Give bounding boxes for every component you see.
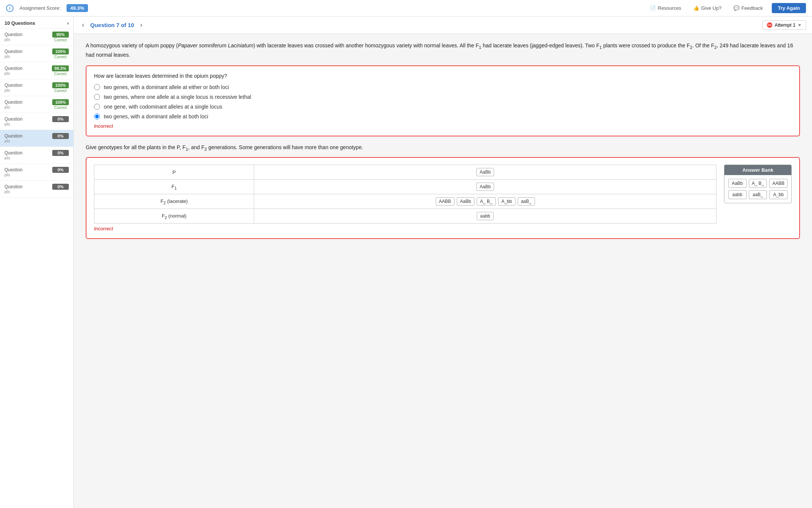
answer-bank: Answer Bank AaBb A_ B_ AABB aabb aaB_ A_… — [724, 165, 792, 203]
resources-icon: 📄 — [650, 5, 656, 11]
p-chip-1: AaBb — [476, 168, 494, 176]
sidebar: 10 Questions ‹ Question pts 95% Correct … — [0, 17, 74, 508]
question1-text: A homozygous variety of opium poppy (Pap… — [86, 41, 800, 59]
f1-label: F1 — [94, 180, 254, 194]
sidebar-item-2[interactable]: Question pts 100% Correct — [0, 45, 73, 62]
sidebar-item-6[interactable]: Question pts 0% — [0, 113, 73, 130]
table-row-f2-normal: F2 (normal) aabb — [94, 209, 717, 224]
bank-chip-Abb[interactable]: A_bb — [769, 190, 788, 199]
f2n-chip-1: aabb — [477, 212, 494, 220]
feedback-icon: 💬 — [733, 5, 739, 11]
sidebar-item-10[interactable]: Question pts 0% — [0, 181, 73, 198]
radio-opt3[interactable] — [94, 104, 100, 110]
ban-icon: ⛔ — [767, 22, 773, 28]
question-nav: ‹ Question 7 of 10 › ⛔ Attempt 1 ▼ — [74, 17, 812, 34]
p-input-cell: AaBb — [254, 165, 717, 180]
bank-chip-ab[interactable]: A_ B_ — [749, 179, 767, 188]
f2l-chip-4: A_bb — [498, 197, 515, 206]
top-header: i Assignment Score: 49.3% 📄 Resources 👍 … — [0, 0, 812, 17]
p-label: P — [94, 165, 254, 180]
option-3[interactable]: one gene, with codominant alleles at a s… — [94, 104, 792, 110]
content-area: ‹ Question 7 of 10 › ⛔ Attempt 1 ▼ A hom… — [74, 17, 812, 508]
genotype-grid: P AaBb F1 — [94, 165, 792, 224]
radio-opt1[interactable] — [94, 84, 100, 90]
sidebar-item-4[interactable]: Question pts 100% Correct — [0, 79, 73, 96]
chevron-down-icon: ▼ — [797, 23, 802, 28]
f2l-chip-2: AaBb — [457, 197, 474, 206]
prev-question-button[interactable]: ‹ — [80, 20, 86, 30]
feedback-button[interactable]: 💬 Feedback — [730, 4, 766, 12]
sidebar-item-7[interactable]: Question pts 0% — [0, 130, 73, 147]
option-1-label: two genes, with a dominant allele at eit… — [104, 84, 229, 90]
answer-box-2: P AaBb F1 — [86, 157, 800, 239]
table-row-p: P AaBb — [94, 165, 717, 180]
next-question-button[interactable]: › — [138, 20, 145, 30]
f2-normal-input-cell: aabb — [254, 209, 717, 224]
give-up-icon: 👍 — [693, 5, 699, 11]
score-badge: 49.3% — [67, 4, 88, 12]
attempt-button[interactable]: ⛔ Attempt 1 ▼ — [762, 20, 806, 30]
bank-chip-aabb[interactable]: AaBb — [728, 179, 747, 188]
sidebar-item-1[interactable]: Question pts 95% Correct — [0, 29, 73, 45]
option-2-label: two genes, where one allele at a single … — [104, 94, 251, 100]
sidebar-item-9[interactable]: Question pts 0% — [0, 164, 73, 181]
give-up-button[interactable]: 👍 Give Up? — [690, 4, 724, 12]
f2-lacerate-label: F2 (lacerate) — [94, 194, 254, 209]
f2-lacerate-input-cell: AABB AaBb A_ B_ A_bb aaB_ — [254, 194, 717, 209]
question2-text: Give genotypes for all the plants in the… — [86, 143, 800, 153]
incorrect-label-1: Incorrect — [94, 123, 792, 129]
answer-box-1: How are lacerate leaves determined in th… — [86, 65, 800, 136]
option-3-label: one gene, with codominant alleles at a s… — [104, 104, 222, 110]
try-again-button[interactable]: Try Again — [772, 3, 806, 13]
incorrect-label-2: Incorrect — [94, 226, 792, 231]
question-nav-label: Question 7 of 10 — [90, 22, 134, 28]
q1-question-text: How are lacerate leaves determined in th… — [94, 73, 792, 79]
table-row-f2-lacerate: F2 (lacerate) AABB AaBb A_ B_ A_bb aaB_ — [94, 194, 717, 209]
option-4[interactable]: two genes, with a dominant allele at bot… — [94, 113, 792, 119]
bank-chip-aabb-lower[interactable]: aabb — [728, 190, 747, 199]
f2l-chip-3: A_ B_ — [477, 197, 496, 206]
f1-input-cell: AaBb — [254, 180, 717, 194]
sidebar-item-3[interactable]: Question pts 98.3% Correct — [0, 62, 73, 79]
genotype-table: P AaBb F1 — [94, 165, 717, 224]
sidebar-collapse-icon[interactable]: ‹ — [67, 20, 69, 26]
radio-opt2[interactable] — [94, 94, 100, 100]
option-4-label: two genes, with a dominant allele at bot… — [104, 113, 208, 119]
f2l-chip-1: AABB — [436, 197, 454, 206]
radio-opt4[interactable] — [94, 113, 100, 119]
option-2[interactable]: two genes, where one allele at a single … — [94, 94, 792, 100]
sidebar-title: 10 Questions ‹ — [0, 17, 73, 29]
question-body: A homozygous variety of opium poppy (Pap… — [74, 34, 812, 250]
answer-bank-title: Answer Bank — [724, 165, 791, 175]
assignment-score-label: Assignment Score: — [20, 5, 61, 11]
resources-button[interactable]: 📄 Resources — [647, 4, 684, 12]
option-1[interactable]: two genes, with a dominant allele at eit… — [94, 84, 792, 90]
f2-normal-label: F2 (normal) — [94, 209, 254, 224]
f2l-chip-5: aaB_ — [518, 197, 535, 206]
bank-chip-aaB[interactable]: aaB_ — [749, 190, 767, 199]
main-layout: 10 Questions ‹ Question pts 95% Correct … — [0, 17, 812, 508]
answer-bank-grid: AaBb A_ B_ AABB aabb aaB_ A_bb — [724, 175, 791, 203]
sidebar-item-8[interactable]: Question pts 0% — [0, 147, 73, 164]
sidebar-item-5[interactable]: Question pts 100% Correct — [0, 96, 73, 113]
info-icon: i — [6, 5, 14, 12]
f1-chip-1: AaBb — [476, 183, 494, 191]
bank-chip-AABB[interactable]: AABB — [769, 179, 788, 188]
table-row-f1: F1 AaBb — [94, 180, 717, 194]
